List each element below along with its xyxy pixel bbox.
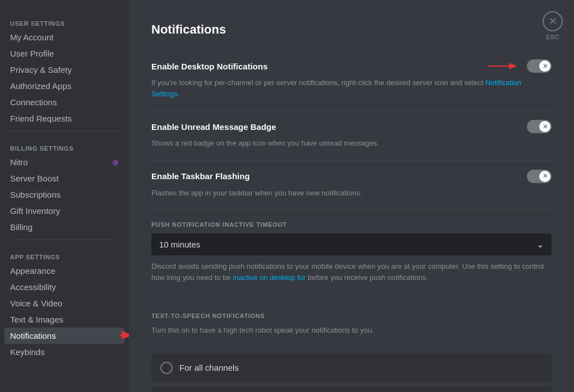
radio-current-channel[interactable]: For current selected channel <box>151 386 552 393</box>
toggle-knob-2: ✕ <box>539 121 550 132</box>
sidebar-item-voice-video[interactable]: Voice & Video <box>4 295 124 311</box>
sidebar-item-billing[interactable]: Billing <box>4 219 124 235</box>
tts-description: Turn this on to have a high tech robot s… <box>151 325 552 345</box>
desktop-notifications-toggle[interactable]: ✕ <box>527 59 552 73</box>
toggle-knob-3: ✕ <box>539 171 550 182</box>
taskbar-flashing-block: Enable Taskbar Flashing ✕ Flashes the ap… <box>151 161 552 211</box>
left-arrow-indicator <box>119 329 129 342</box>
unread-badge-label: Enable Unread Message Badge <box>151 122 276 132</box>
page-title: Notifications <box>151 22 552 37</box>
nitro-icon: ⊛ <box>112 158 119 167</box>
unread-badge-row: Enable Unread Message Badge ✕ <box>151 111 552 138</box>
divider-1 <box>10 131 119 132</box>
sidebar-item-notifications[interactable]: Notifications <box>4 328 124 344</box>
sidebar: User Settings My Account User Profile Pr… <box>0 0 129 392</box>
sidebar-item-authorized-apps[interactable]: Authorized Apps <box>4 78 124 94</box>
sidebar-item-accessibility[interactable]: Accessibility <box>4 279 124 295</box>
sidebar-item-connections[interactable]: Connections <box>4 94 124 110</box>
tts-section-header: Text-To-Speech Notifications <box>151 301 552 325</box>
sidebar-item-subscriptions[interactable]: Subscriptions <box>4 186 124 203</box>
sidebar-item-my-account[interactable]: My Account <box>4 29 124 45</box>
user-settings-section-label: User Settings <box>4 11 124 29</box>
desktop-notifications-label: Enable Desktop Notifications <box>151 62 268 71</box>
desktop-notifications-desc: If you're looking for per-channel or per… <box>151 77 552 108</box>
push-timeout-section-header: Push Notification Inactive Timeout <box>151 210 552 234</box>
close-icon[interactable]: ✕ <box>543 11 563 31</box>
taskbar-flashing-label: Enable Taskbar Flashing <box>151 171 250 181</box>
sidebar-item-gift-inventory[interactable]: Gift Inventory <box>4 203 124 219</box>
desktop-notifications-row: Enable Desktop Notifications <box>151 50 552 77</box>
esc-label: ESC <box>546 34 559 40</box>
desktop-arrow-indicator <box>487 60 520 72</box>
sidebar-item-user-profile[interactable]: User Profile <box>4 45 124 62</box>
sidebar-item-keybinds[interactable]: Keybinds <box>4 344 124 360</box>
taskbar-flashing-desc: Flashes the app in your taskbar when you… <box>151 188 552 208</box>
sidebar-item-server-boost[interactable]: Server Boost <box>4 170 124 186</box>
sidebar-item-privacy-safety[interactable]: Privacy & Safety <box>4 62 124 78</box>
taskbar-flashing-toggle[interactable]: ✕ <box>527 170 552 183</box>
app-settings-section-label: App Settings <box>4 245 124 263</box>
notification-settings-link: Notification Settings. <box>151 78 521 98</box>
section-divider <box>151 292 552 292</box>
push-timeout-dropdown[interactable]: 10 minutes ⌄ <box>151 234 552 255</box>
main-content: ✕ ESC Notifications Enable Desktop Notif… <box>129 0 574 392</box>
divider-2 <box>10 240 119 240</box>
desktop-notifications-toggle-wrapper: ✕ <box>487 59 552 73</box>
dropdown-value: 10 minutes <box>159 240 200 249</box>
sidebar-item-appearance[interactable]: Appearance <box>4 263 124 279</box>
radio-all-channels[interactable]: For all channels <box>151 354 552 382</box>
unread-badge-desc: Shows a red badge on the app icon when y… <box>151 138 552 158</box>
push-timeout-description: Discord avoids sending push notification… <box>151 261 552 283</box>
billing-settings-section-label: Billing Settings <box>4 136 124 154</box>
toggle-knob: ✕ <box>539 60 550 72</box>
desktop-notifications-block: Enable Desktop Notifications <box>151 50 552 111</box>
sidebar-item-nitro[interactable]: Nitro ⊛ <box>4 154 124 170</box>
sidebar-item-friend-requests[interactable]: Friend Requests <box>4 110 124 127</box>
unread-badge-toggle[interactable]: ✕ <box>527 120 552 133</box>
chevron-down-icon: ⌄ <box>536 239 544 250</box>
toggle-x-icon-2: ✕ <box>543 124 548 130</box>
taskbar-flashing-row: Enable Taskbar Flashing ✕ <box>151 161 552 188</box>
esc-button[interactable]: ✕ ESC <box>543 11 563 40</box>
unread-badge-block: Enable Unread Message Badge ✕ Shows a re… <box>151 111 552 161</box>
radio-circle-all <box>160 362 173 374</box>
toggle-x-icon-3: ✕ <box>543 173 548 179</box>
sidebar-item-text-images[interactable]: Text & Images <box>4 311 124 328</box>
toggle-x-icon: ✕ <box>543 63 548 69</box>
radio-label-all: For all channels <box>179 363 239 372</box>
